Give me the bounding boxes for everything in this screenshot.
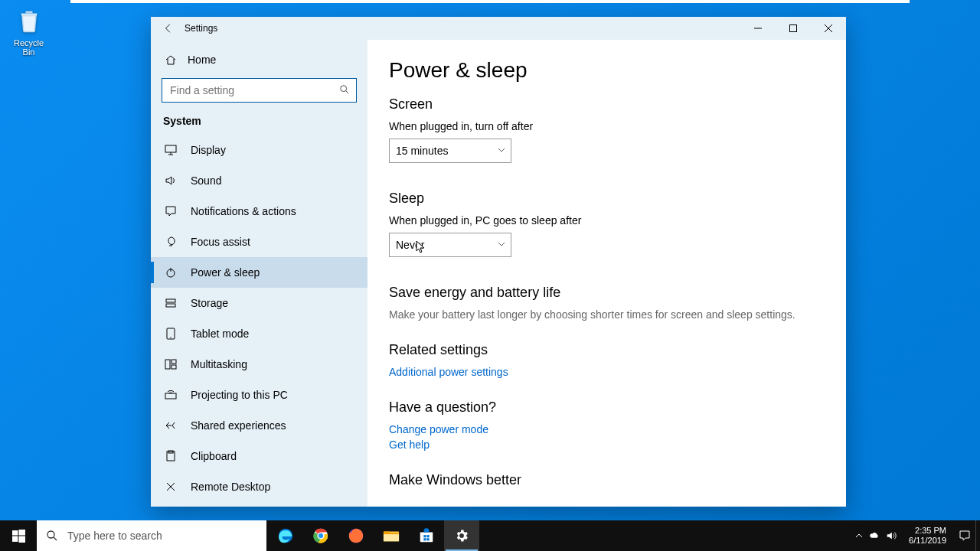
sleep-label: When plugged in, PC goes to sleep after	[389, 214, 825, 227]
close-button[interactable]	[811, 17, 846, 40]
question-heading: Have a question?	[389, 399, 825, 416]
nav-item-remote-desktop[interactable]: Remote Desktop	[151, 471, 368, 502]
home-nav[interactable]: Home	[151, 44, 368, 75]
nav-label: Focus assist	[191, 236, 250, 248]
tray-volume-icon[interactable]	[886, 530, 897, 541]
svg-rect-11	[165, 393, 176, 399]
sound-icon	[163, 174, 178, 187]
taskbar-firefox[interactable]	[338, 520, 374, 551]
screen-heading: Screen	[389, 96, 825, 112]
display-icon	[163, 144, 178, 156]
content-area: Power & sleep Screen When plugged in, tu…	[368, 40, 846, 507]
svg-point-19	[47, 531, 54, 538]
back-button[interactable]	[157, 17, 180, 40]
taskbar-chrome[interactable]	[303, 520, 338, 551]
nav-item-projecting[interactable]: Projecting to this PC	[151, 380, 368, 410]
home-icon	[163, 54, 178, 66]
svg-rect-4	[166, 299, 175, 302]
svg-rect-8	[165, 360, 170, 369]
tablet-mode-icon	[163, 328, 178, 340]
minimize-button[interactable]	[740, 17, 776, 40]
nav-label: Multitasking	[191, 358, 247, 370]
svg-rect-5	[166, 304, 175, 307]
svg-rect-31	[426, 538, 429, 540]
shared-icon	[163, 419, 178, 432]
svg-rect-27	[420, 532, 433, 542]
svg-rect-30	[423, 538, 426, 540]
nav-label: Sound	[191, 174, 221, 187]
better-heading: Make Windows better	[389, 472, 825, 488]
nav-item-sound[interactable]: Sound	[151, 165, 368, 196]
nav-item-multitasking[interactable]: Multitasking	[151, 349, 368, 380]
svg-point-1	[341, 86, 347, 92]
energy-heading: Save energy and battery life	[389, 285, 825, 301]
svg-rect-18	[18, 536, 25, 543]
tray-onedrive-icon[interactable]	[869, 530, 880, 541]
get-help-link[interactable]: Get help	[389, 439, 825, 451]
nav-item-storage[interactable]: Storage	[151, 288, 368, 318]
svg-rect-10	[172, 365, 176, 369]
nav-item-notifications[interactable]: Notifications & actions	[151, 196, 368, 227]
recycle-bin-label: Recycle Bin	[8, 38, 50, 57]
screen-label: When plugged in, turn off after	[389, 120, 825, 132]
nav-item-clipboard[interactable]: Clipboard	[151, 441, 368, 471]
related-heading: Related settings	[389, 342, 825, 358]
nav-label: Clipboard	[191, 450, 237, 462]
notifications-icon	[163, 205, 178, 217]
recycle-bin-icon	[14, 6, 44, 37]
nav-label: Remote Desktop	[191, 481, 270, 493]
section-title: System	[151, 103, 368, 135]
nav-label: Notifications & actions	[191, 205, 296, 217]
tray-chevron-up-icon[interactable]	[855, 532, 863, 540]
sleep-timeout-dropdown[interactable]: Never	[389, 233, 511, 257]
taskbar-edge[interactable]	[268, 520, 303, 551]
search-icon	[46, 530, 58, 542]
nav-item-focus-assist[interactable]: Focus assist	[151, 227, 368, 257]
action-center-icon[interactable]	[959, 530, 971, 542]
page-title: Power & sleep	[389, 58, 825, 83]
svg-rect-2	[165, 145, 176, 152]
start-button[interactable]	[0, 520, 37, 551]
nav-item-tablet-mode[interactable]: Tablet mode	[151, 318, 368, 349]
nav-label: Storage	[191, 297, 228, 309]
nav-item-shared[interactable]: Shared experiences	[151, 410, 368, 441]
svg-rect-9	[172, 360, 176, 364]
search-icon	[339, 84, 350, 95]
taskbar-search[interactable]: Type here to search	[37, 520, 266, 551]
clipboard-icon	[163, 450, 178, 462]
search-placeholder: Type here to search	[67, 530, 162, 542]
taskbar-settings[interactable]	[444, 520, 479, 551]
show-desktop-button[interactable]	[975, 520, 980, 551]
artifact-bar	[70, 0, 910, 3]
chevron-down-icon	[497, 145, 506, 155]
nav-item-display[interactable]: Display	[151, 135, 368, 165]
home-label: Home	[188, 54, 216, 66]
search-settings[interactable]	[162, 78, 357, 103]
screen-timeout-dropdown[interactable]: 15 minutes	[389, 139, 511, 163]
power-sleep-icon	[163, 266, 178, 279]
sleep-heading: Sleep	[389, 191, 825, 207]
maximize-button[interactable]	[776, 17, 811, 40]
taskbar-explorer[interactable]	[374, 520, 409, 551]
date: 6/11/2019	[909, 536, 946, 546]
svg-point-7	[170, 337, 171, 337]
svg-rect-15	[12, 530, 18, 535]
taskbar: Type here to search 2:35 PM 6/11/2019	[0, 520, 980, 551]
nav-label: Projecting to this PC	[191, 389, 288, 401]
svg-rect-29	[426, 535, 429, 537]
recycle-bin[interactable]: Recycle Bin	[8, 6, 50, 57]
nav-item-about[interactable]: About	[151, 502, 368, 507]
additional-power-link[interactable]: Additional power settings	[389, 366, 825, 378]
nav-label: Shared experiences	[191, 419, 286, 432]
nav-item-power-sleep[interactable]: Power & sleep	[151, 257, 368, 288]
taskbar-store[interactable]	[409, 520, 444, 551]
nav-label: Tablet mode	[191, 328, 249, 340]
svg-rect-16	[18, 530, 25, 535]
settings-window: Settings Home System DisplaySoundNotific…	[151, 17, 846, 507]
search-input[interactable]	[170, 84, 335, 96]
clock[interactable]: 2:35 PM 6/11/2019	[903, 526, 952, 546]
change-power-mode-link[interactable]: Change power mode	[389, 423, 825, 435]
multitasking-icon	[163, 358, 178, 370]
system-tray[interactable]: 2:35 PM 6/11/2019	[855, 526, 975, 546]
sleep-timeout-value: Never	[396, 239, 424, 251]
